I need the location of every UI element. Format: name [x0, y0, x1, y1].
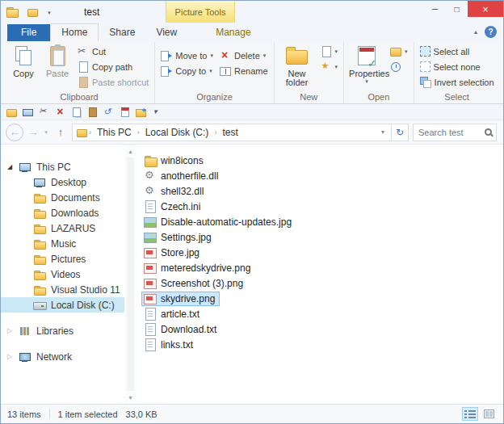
sidebar-item-downloads[interactable]: Downloads [1, 205, 124, 220]
sidebar-item-videos[interactable]: Videos [1, 267, 124, 282]
cut-button[interactable]: Cut [74, 44, 152, 59]
scroll-down-icon[interactable]: ▼ [128, 393, 133, 402]
qat-properties-button[interactable] [117, 105, 132, 120]
dropdown-arrow-icon: ▾ [365, 78, 368, 84]
move-to-button[interactable]: Move to ▾ [158, 48, 216, 63]
image-green-icon [144, 231, 157, 244]
copy-button[interactable]: Copy [6, 42, 40, 78]
file-item-store-jpg[interactable]: Store.jpg [141, 245, 503, 260]
expand-arrow-icon[interactable]: ▷ [7, 353, 19, 360]
qat-folder-button[interactable] [25, 5, 40, 19]
properties-button[interactable]: Properties ▾ [346, 42, 387, 84]
minimize-ribbon-icon[interactable]: ▴ [474, 28, 477, 36]
tab-view[interactable]: View [145, 24, 187, 41]
breadcrumb-item-local-disk-c[interactable]: Local Disk (C:) [141, 127, 213, 138]
file-item-meteredskydrive-png[interactable]: meteredskydrive.png [141, 260, 503, 275]
open-button[interactable]: ▾ [387, 44, 411, 59]
dropdown-arrow-icon: ▾ [210, 52, 213, 58]
sidebar-item-desktop[interactable]: Desktop [1, 174, 124, 190]
invert-selection-button[interactable]: Invert selection [417, 74, 498, 90]
close-button[interactable]: × [468, 1, 503, 17]
file-item-czech-ini[interactable]: Czech.ini [141, 199, 503, 214]
qat-new-folder-button[interactable] [133, 105, 148, 120]
qat-computer-button[interactable] [20, 105, 35, 120]
file-item-links-txt[interactable]: links.txt [141, 337, 503, 352]
file-item-download-txt[interactable]: Download.txt [141, 321, 503, 337]
dropdown-arrow-icon: ▾ [335, 64, 338, 69]
qat-delete-button[interactable] [52, 105, 67, 120]
sidebar-scrollbar[interactable]: ▲ ▼ [124, 145, 136, 404]
qat-folder-button[interactable] [4, 105, 19, 120]
breadcrumb-dropdown-icon[interactable]: ▾ [379, 128, 387, 136]
forward-button[interactable]: → [27, 126, 39, 138]
file-item-skydrive-png[interactable]: skydrive.png [141, 291, 503, 306]
sidebar-item-libraries[interactable]: ▷Libraries [1, 323, 124, 338]
qat-copy-button[interactable] [69, 105, 83, 120]
rename-label: Rename [234, 66, 268, 76]
copy-path-button[interactable]: Copy path [74, 59, 152, 74]
file-item-shell32-dll[interactable]: shell32.dll [141, 183, 503, 199]
sidebar-item-visual-studio-11[interactable]: Visual Studio 11 [1, 282, 124, 297]
help-icon[interactable]: ? [485, 26, 497, 38]
easy-access-button[interactable]: ▾ [317, 59, 342, 74]
rename-button[interactable]: Rename [216, 63, 271, 78]
breadcrumb-item-test[interactable]: test [218, 127, 242, 138]
view-toggles [462, 407, 497, 421]
file-item-win8icons[interactable]: win8icons [141, 153, 503, 168]
sidebar-item-this-pc[interactable]: ◢This PC [1, 159, 124, 174]
tab-share[interactable]: Share [99, 24, 145, 41]
new-item-button[interactable]: ▾ [317, 44, 342, 59]
paste-button[interactable]: Paste [40, 42, 74, 78]
qat-paste-button[interactable] [85, 105, 99, 120]
qat-undo-button[interactable] [101, 105, 116, 120]
collapse-arrow-icon[interactable]: ◢ [7, 163, 19, 170]
sidebar-item-documents[interactable]: Documents [1, 190, 124, 205]
refresh-button[interactable]: ↻ [391, 124, 409, 141]
file-item-disable-automatic-updates-jpg[interactable]: Disable-automatic-updates.jpg [141, 214, 503, 229]
scrollbar-track[interactable] [127, 157, 134, 391]
up-button[interactable]: ↑ [53, 126, 68, 138]
breadcrumb-item-this-pc[interactable]: This PC [93, 127, 136, 138]
tab-file[interactable]: File [7, 24, 50, 41]
breadcrumb[interactable]: ›This PC›Local Disk (C:)›test▾ [72, 124, 392, 141]
select-none-button[interactable]: Select none [417, 59, 498, 74]
ribbon-group-open: Properties ▾ ▾ Open [343, 42, 414, 103]
back-button[interactable]: ← [6, 124, 23, 141]
new-folder-button[interactable]: New folder [277, 42, 317, 87]
tab-home[interactable]: Home [50, 23, 99, 41]
file-item-screenshot-3-png[interactable]: Screenshot (3).png [141, 275, 503, 291]
expand-arrow-icon[interactable]: ▷ [7, 327, 19, 334]
sidebar-item-local-disk-c[interactable]: Local Disk (C:) [1, 297, 124, 313]
search-input[interactable] [418, 128, 481, 137]
qat-customize-button[interactable] [149, 105, 164, 120]
minimize-button[interactable]: – [424, 1, 446, 17]
file-item-article-txt[interactable]: article.txt [141, 306, 503, 321]
dropdown-arrow-icon: ▾ [48, 10, 51, 15]
copy-to-button[interactable]: Copy to ▾ [158, 63, 216, 78]
sidebar-item-pictures[interactable]: Pictures [1, 251, 124, 267]
sidebar-item-lazarus[interactable]: LAZARUS [1, 220, 124, 236]
maximize-button[interactable]: □ [446, 1, 468, 17]
picture-tools-context-tab[interactable]: Picture Tools [166, 1, 235, 23]
tab-manage[interactable]: Manage [205, 24, 261, 41]
customize-quick-access-button[interactable]: ▾ [42, 5, 57, 19]
copy-label: Copy [13, 69, 34, 78]
folder-icon [33, 237, 46, 250]
history-button[interactable] [387, 59, 411, 74]
file-item-settings-jpg[interactable]: Settings.jpg [141, 229, 503, 245]
sidebar-item-music[interactable]: Music [1, 236, 124, 251]
sidebar-item-network[interactable]: ▷Network [1, 349, 124, 364]
qat-cut-button[interactable] [36, 105, 51, 120]
file-name: Store.jpg [161, 247, 200, 258]
scroll-up-icon[interactable]: ▲ [128, 146, 133, 156]
window-title: test [84, 6, 99, 18]
recent-pages-chevron-icon[interactable]: ▾ [43, 129, 49, 136]
paste-shortcut-button[interactable]: Paste shortcut [74, 74, 152, 90]
file-name: skydrive.png [161, 293, 215, 304]
view-thumbnails-button[interactable] [481, 407, 497, 421]
select-all-button[interactable]: Select all [417, 44, 498, 59]
file-item-wrap: article.txt [141, 307, 204, 321]
view-details-button[interactable] [462, 407, 478, 421]
file-item-anotherfile-dll[interactable]: anotherfile.dll [141, 168, 503, 183]
delete-button[interactable]: Delete ▾ [216, 48, 271, 63]
